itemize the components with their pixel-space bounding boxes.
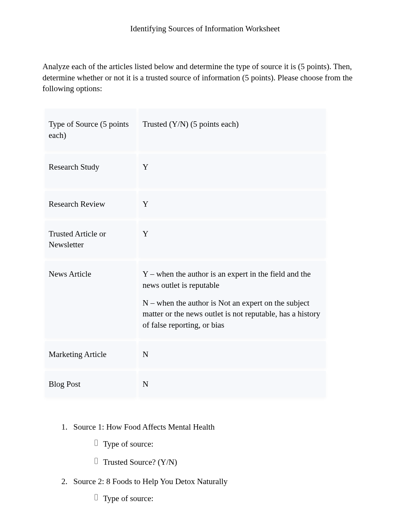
cell-trusted: Y: [139, 221, 326, 258]
table-header-row: Type of Source (5 points each) Trusted (…: [45, 109, 326, 151]
cell-source-type: Trusted Article or Newsletter: [45, 221, 136, 258]
page-title: Identifying Sources of Information Works…: [42, 23, 368, 34]
cell-trusted: Y – when the author is an expert in the …: [139, 261, 326, 338]
cell-source-type: Marketing Article: [45, 341, 136, 367]
source-1-trusted: Trusted Source? (Y/N): [95, 457, 368, 467]
source-type-table: Type of Source (5 points each) Trusted (…: [42, 105, 328, 400]
cell-source-type: Blog Post: [45, 371, 136, 397]
table-row: Research Study Y: [45, 154, 326, 188]
cell-trusted: N: [139, 371, 326, 397]
cell-source-type: Research Review: [45, 191, 136, 217]
source-item-2: Source 2: 8 Foods to Help You Detox Natu…: [69, 476, 368, 504]
table-row: Marketing Article N: [45, 341, 326, 367]
source-1-type-of-source: Type of source:: [95, 439, 368, 449]
table-row: Trusted Article or Newsletter Y: [45, 221, 326, 258]
cell-trusted-line1: Y – when the author is an expert in the …: [142, 269, 320, 291]
source-2-sublist: Type of source:: [95, 493, 368, 504]
cell-trusted: Y: [139, 154, 326, 188]
sources-list: Source 1: How Food Affects Mental Health…: [69, 422, 368, 504]
cell-source-type: Research Study: [45, 154, 136, 188]
header-type-of-source: Type of Source (5 points each): [45, 109, 136, 151]
table-row: News Article Y – when the author is an e…: [45, 261, 326, 338]
source-item-1: Source 1: How Food Affects Mental Health…: [69, 422, 368, 467]
source-2-type-of-source: Type of source:: [95, 493, 368, 504]
header-trusted: Trusted (Y/N) (5 points each): [139, 109, 326, 151]
cell-trusted: N: [139, 341, 326, 367]
source-2-label: Source 2: 8 Foods to Help You Detox Natu…: [73, 477, 228, 486]
table-row: Blog Post N: [45, 371, 326, 397]
cell-trusted-line2: N – when the author is Not an expert on …: [142, 297, 320, 330]
source-1-sublist: Type of source: Trusted Source? (Y/N): [95, 439, 368, 467]
table-row: Research Review Y: [45, 191, 326, 217]
source-1-label: Source 1: How Food Affects Mental Health: [73, 422, 215, 432]
cell-trusted: Y: [139, 191, 326, 217]
cell-source-type: News Article: [45, 261, 136, 338]
intro-paragraph: Analyze each of the articles listed belo…: [42, 61, 368, 94]
